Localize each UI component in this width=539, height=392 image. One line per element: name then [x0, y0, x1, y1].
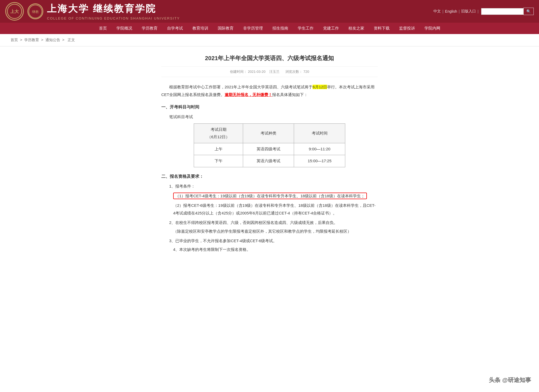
nav-nondegree[interactable]: 非学历管理	[238, 23, 268, 34]
section1-title: 一、开考科目与时间	[161, 103, 378, 111]
meta-views-label: 浏览次数：	[285, 70, 302, 74]
university-logo: 上大	[5, 2, 24, 21]
breadcrumb-sep1: >	[20, 38, 23, 42]
exam-schedule-table: 考试日期（6月12日） 考试种类 考试时间 上午 英语四级考试 9:00—11:…	[194, 123, 345, 167]
table-row-afternoon: 下午 英语六级考试 15:00—17:25	[194, 155, 345, 167]
header-title-cn: 上海大学 继续教育学院	[47, 2, 180, 15]
header-right: 中文 | English | 旧版入口 | 🔍	[428, 0, 539, 23]
intro-paragraph: 根据教育部考试中心工作部署，2021年上半年全国大学英语四、六级考试笔试将于6月…	[161, 83, 378, 98]
nav-home[interactable]: 首页	[94, 23, 112, 34]
breadcrumb-notice[interactable]: 通知公告	[45, 38, 60, 42]
search-area: 🔍	[481, 8, 534, 15]
nav-complaint[interactable]: 监督投诉	[394, 23, 420, 34]
meta-author: 汪玉兰	[269, 70, 280, 74]
table-cell-cet6: 英语六级考试	[243, 155, 294, 167]
nav-alumni[interactable]: 校友之家	[344, 23, 369, 34]
nav-overview[interactable]: 学院概况	[112, 23, 137, 34]
svg-text:继教: 继教	[32, 10, 39, 13]
search-button[interactable]: 🔍	[523, 8, 534, 15]
search-input[interactable]	[481, 8, 523, 15]
main-nav: 首页 学院概况 学历教育 自学考试 教育培训 国际教育 非学历管理 招生指南 学…	[0, 23, 539, 34]
date-highlight: 6月12日	[313, 85, 327, 89]
language-switcher: 中文 | English | 旧版入口 |	[433, 9, 479, 14]
sep3: |	[477, 9, 479, 13]
meta-created-label: 创建时间：	[230, 70, 247, 74]
table-cell-pm: 下午	[194, 155, 243, 167]
breadcrumb: 首页 > 学历教育 > 通知公告 > 正文	[0, 34, 539, 46]
cond3-sub: （除嘉定校区和安亭教学点的学生限报考嘉定校区外，其它校区和教学点的学生，均限报考…	[173, 228, 378, 235]
cond1-boxed: （1）报考CET-4级考生：19级以前（含19级）在读专科和专升本学生、18级以…	[173, 193, 367, 199]
nav-party[interactable]: 党建工作	[318, 23, 344, 34]
lang-old[interactable]: 旧版入口	[461, 9, 476, 14]
section2-title: 二、报名资格及要求：	[161, 173, 378, 180]
para1-end: 报名具体通知如下：	[272, 92, 308, 97]
cond-title: 1、报考条件：	[161, 183, 378, 190]
college-logo: 继教	[27, 3, 43, 19]
header-title-en: COLLEGE OF CONTINUING EDUCATION SHANGHAI…	[47, 16, 180, 20]
sep2: |	[459, 9, 460, 13]
article-meta: 创建时间： 2021-03-20 汪玉兰 浏览次数： 720	[161, 66, 378, 77]
cond1-boxed-container: （1）报考CET-4级考生：19级以前（含19级）在读专科和专升本学生、18级以…	[173, 192, 378, 200]
nav-student[interactable]: 学生工作	[293, 23, 318, 34]
table-row-morning: 上午 英语四级考试 9:00—11:20	[194, 143, 345, 155]
nav-selfexam[interactable]: 自学考试	[162, 23, 188, 34]
cond4: 3、已毕业的学生，不允许报名参加CET-4级或CET-6级考试。	[161, 237, 378, 245]
breadcrumb-degree[interactable]: 学历教育	[24, 38, 39, 42]
table-header-time: 考试时间	[294, 123, 345, 143]
breadcrumb-sep3: >	[62, 38, 65, 42]
table-cell-cet4-time: 9:00—11:20	[294, 143, 345, 155]
table-cell-am: 上午	[194, 143, 243, 155]
nav-enrollment[interactable]: 招生指南	[268, 23, 293, 34]
svg-text:上大: 上大	[10, 9, 19, 14]
nav-download[interactable]: 资料下载	[369, 23, 394, 34]
cond5: 4、本次缺考的考生将限制下一次报名资格。	[173, 246, 378, 254]
breadcrumb-current: 正文	[68, 38, 75, 42]
nav-degree[interactable]: 学历教育	[137, 23, 162, 34]
breadcrumb-sep2: >	[41, 38, 44, 42]
nav-international[interactable]: 国际教育	[213, 23, 238, 34]
cond3: 2、在校生不得跨校区报考英语四、六级，否则因跨校区报名造成四、六级成绩无效，后果…	[161, 219, 378, 227]
table-header-type: 考试种类	[243, 123, 294, 143]
nav-training[interactable]: 教育培训	[188, 23, 213, 34]
table-cell-cet6-time: 15:00—17:25	[294, 155, 345, 167]
lang-zh[interactable]: 中文	[433, 9, 441, 14]
article-body: 根据教育部考试中心工作部署，2021年上半年全国大学英语四、六级考试笔试将于6月…	[161, 83, 378, 253]
sep1: |	[442, 9, 443, 13]
nav-intranet[interactable]: 学院内网	[420, 23, 445, 34]
cond2-text: （2）报考CET-6级考生：19级以前（含19级）在读专科和专升本学生、18级以…	[173, 203, 376, 215]
table-header-date: 考试日期（6月12日）	[194, 123, 243, 143]
logo-area: 上大 继教 上海大学 继续教育学院 COLLEGE OF CONTINUING …	[0, 0, 185, 23]
para1-before: 根据教育部考试中心工作部署，2021年上半年全国大学英语四、六级考试笔试将于	[169, 85, 313, 89]
meta-views-count: 720	[304, 70, 309, 74]
header-title-area: 上海大学 继续教育学院 COLLEGE OF CONTINUING EDUCAT…	[47, 2, 180, 20]
lang-en[interactable]: English	[445, 9, 457, 13]
meta-created-date: 2021-03-20	[248, 70, 266, 74]
table-cell-cet4: 英语四级考试	[243, 143, 294, 155]
article-title: 2021年上半年全国大学英语四、六级考试报名通知	[161, 54, 378, 62]
header: 上大 继教 上海大学 继续教育学院 COLLEGE OF CONTINUING …	[0, 0, 539, 23]
para1-warning: 逾期无补报名，无补缴费！	[225, 92, 272, 97]
breadcrumb-home[interactable]: 首页	[11, 38, 18, 42]
main-content: 2021年上半年全国大学英语四、六级考试报名通知 创建时间： 2021-03-2…	[151, 46, 388, 270]
section1-subtext: 笔试科目考试	[161, 113, 378, 121]
cond2: （2）报考CET-6级考生：19级以前（含19级）在读专科和专升本学生、18级以…	[173, 202, 378, 217]
